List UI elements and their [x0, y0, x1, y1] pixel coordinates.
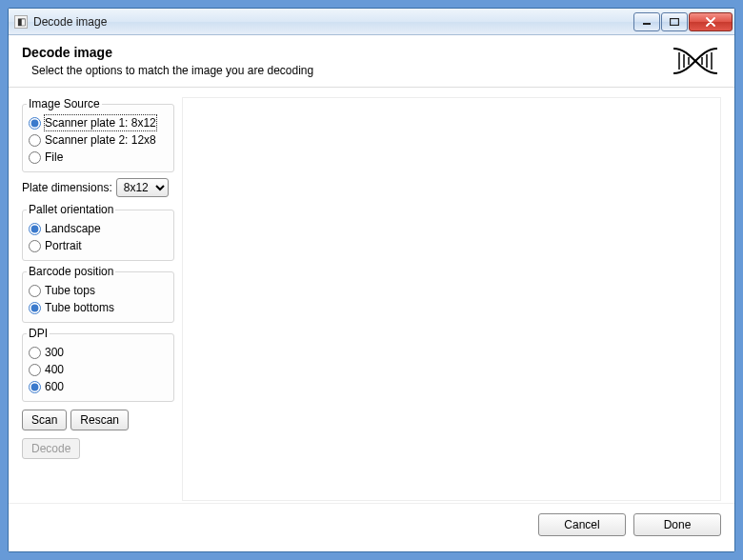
source-plate2-radio[interactable] [29, 134, 41, 147]
orientation-landscape-label: Landscape [45, 221, 101, 236]
plate-dimensions-select[interactable]: 8x12 [116, 178, 169, 197]
source-file-label: File [45, 150, 63, 165]
decode-button[interactable]: Decode [22, 438, 80, 459]
image-source-group: Image Source Scanner plate 1: 8x12 Scann… [22, 97, 174, 172]
rescan-button[interactable]: Rescan [70, 410, 129, 430]
minimize-icon [642, 18, 652, 26]
cancel-button[interactable]: Cancel [538, 513, 626, 536]
page-subtitle: Select the options to match the image yo… [31, 64, 313, 77]
close-button[interactable] [689, 12, 733, 31]
pallet-orientation-legend: Pallet orientation [27, 203, 115, 216]
content: Image Source Scanner plate 1: 8x12 Scann… [9, 88, 734, 503]
dialog-header: Decode image Select the options to match… [9, 35, 734, 88]
image-source-legend: Image Source [27, 97, 102, 110]
barcode-position-group: Barcode position Tube tops Tube bottoms [22, 265, 174, 323]
done-button[interactable]: Done [633, 513, 721, 536]
header-text: Decode image Select the options to match… [22, 43, 313, 77]
svg-rect-1 [671, 18, 679, 25]
title-bar: ◧ Decode image [9, 9, 734, 35]
barcode-bottoms-radio[interactable] [29, 302, 41, 314]
maximize-icon [670, 18, 679, 26]
dpi-600-label: 600 [45, 379, 64, 394]
barcode-tops-radio[interactable] [29, 285, 41, 297]
plate-dimensions-label: Plate dimensions: [22, 181, 112, 194]
dpi-300-radio[interactable] [29, 347, 41, 359]
minimize-button[interactable] [633, 12, 660, 31]
dpi-legend: DPI [27, 327, 50, 340]
barcode-tops-label: Tube tops [45, 283, 95, 298]
barcode-position-legend: Barcode position [27, 265, 115, 278]
scan-buttons-row: Scan Rescan [22, 410, 174, 430]
plate-dimensions-row: Plate dimensions: 8x12 [22, 178, 174, 197]
dialog-footer: Cancel Done [9, 503, 734, 551]
dpi-group: DPI 300 400 600 [22, 327, 174, 402]
source-plate1-radio[interactable] [29, 117, 41, 130]
dpi-400-radio[interactable] [29, 364, 41, 376]
page-title: Decode image [22, 45, 313, 60]
dpi-300-label: 300 [45, 345, 64, 360]
image-preview-area [182, 97, 721, 501]
dpi-600-radio[interactable] [29, 381, 41, 393]
orientation-portrait-label: Portrait [45, 238, 82, 253]
orientation-landscape-radio[interactable] [29, 223, 41, 235]
source-plate1-label: Scanner plate 1: 8x12 [45, 115, 156, 130]
window-title: Decode image [33, 15, 633, 29]
barcode-bottoms-label: Tube bottoms [45, 300, 114, 315]
decode-button-row: Decode [22, 438, 174, 459]
close-icon [705, 17, 716, 27]
dpi-400-label: 400 [45, 362, 64, 377]
dna-barcode-icon [670, 43, 721, 79]
maximize-button[interactable] [661, 12, 688, 31]
svg-rect-0 [643, 23, 651, 25]
source-plate2-label: Scanner plate 2: 12x8 [45, 132, 156, 148]
orientation-portrait-radio[interactable] [29, 240, 41, 252]
scan-button[interactable]: Scan [22, 410, 67, 430]
source-file-radio[interactable] [29, 151, 41, 164]
pallet-orientation-group: Pallet orientation Landscape Portrait [22, 203, 174, 261]
window: ◧ Decode image Decode image Select the o… [8, 8, 735, 552]
options-panel: Image Source Scanner plate 1: 8x12 Scann… [22, 97, 174, 501]
app-icon: ◧ [14, 15, 28, 29]
